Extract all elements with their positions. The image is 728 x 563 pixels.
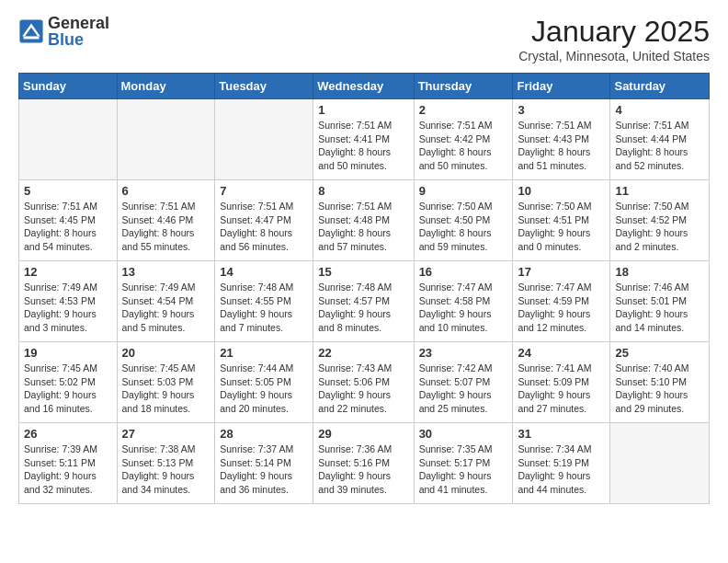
calendar-cell: 29Sunrise: 7:36 AM Sunset: 5:16 PM Dayli…: [313, 423, 414, 504]
calendar-cell: 25Sunrise: 7:40 AM Sunset: 5:10 PM Dayli…: [610, 342, 710, 423]
day-number: 26: [24, 427, 112, 441]
logo-general-text: General: [48, 15, 109, 31]
cell-info: Sunrise: 7:51 AM Sunset: 4:48 PM Dayligh…: [318, 200, 408, 254]
calendar-cell: 12Sunrise: 7:49 AM Sunset: 4:53 PM Dayli…: [19, 261, 118, 342]
cell-info: Sunrise: 7:43 AM Sunset: 5:06 PM Dayligh…: [318, 362, 408, 416]
month-title: January 2025: [518, 15, 710, 49]
cell-info: Sunrise: 7:51 AM Sunset: 4:42 PM Dayligh…: [419, 119, 508, 173]
logo-text: General Blue: [48, 15, 109, 48]
cell-info: Sunrise: 7:49 AM Sunset: 4:54 PM Dayligh…: [122, 281, 210, 335]
week-row-2: 5Sunrise: 7:51 AM Sunset: 4:45 PM Daylig…: [19, 180, 710, 261]
weekday-header-monday: Monday: [117, 74, 215, 99]
calendar-cell: 10Sunrise: 7:50 AM Sunset: 4:51 PM Dayli…: [513, 180, 610, 261]
calendar-cell: 8Sunrise: 7:51 AM Sunset: 4:48 PM Daylig…: [313, 180, 414, 261]
cell-info: Sunrise: 7:44 AM Sunset: 5:05 PM Dayligh…: [220, 362, 308, 416]
calendar-cell: 20Sunrise: 7:45 AM Sunset: 5:03 PM Dayli…: [117, 342, 215, 423]
day-number: 30: [419, 427, 508, 441]
svg-rect-3: [24, 37, 40, 40]
week-row-1: 1Sunrise: 7:51 AM Sunset: 4:41 PM Daylig…: [19, 99, 710, 180]
cell-info: Sunrise: 7:34 AM Sunset: 5:19 PM Dayligh…: [518, 442, 605, 497]
calendar-cell: 31Sunrise: 7:34 AM Sunset: 5:19 PM Dayli…: [513, 423, 610, 504]
day-number: 11: [615, 184, 704, 198]
calendar-cell: 27Sunrise: 7:38 AM Sunset: 5:13 PM Dayli…: [117, 423, 215, 504]
calendar-cell: 13Sunrise: 7:49 AM Sunset: 4:54 PM Dayli…: [117, 261, 215, 342]
day-number: 3: [518, 103, 605, 117]
calendar-table: SundayMondayTuesdayWednesdayThursdayFrid…: [18, 73, 710, 504]
header: General Blue January 2025 Crystal, Minne…: [18, 15, 710, 63]
day-number: 15: [318, 265, 408, 279]
cell-info: Sunrise: 7:51 AM Sunset: 4:41 PM Dayligh…: [318, 119, 408, 173]
cell-info: Sunrise: 7:47 AM Sunset: 4:59 PM Dayligh…: [518, 281, 605, 335]
calendar-cell: 30Sunrise: 7:35 AM Sunset: 5:17 PM Dayli…: [414, 423, 513, 504]
calendar-cell: 26Sunrise: 7:39 AM Sunset: 5:11 PM Dayli…: [19, 423, 118, 504]
day-number: 7: [220, 184, 308, 198]
calendar-cell: 19Sunrise: 7:45 AM Sunset: 5:02 PM Dayli…: [19, 342, 118, 423]
calendar-cell: 16Sunrise: 7:47 AM Sunset: 4:58 PM Dayli…: [414, 261, 513, 342]
cell-info: Sunrise: 7:45 AM Sunset: 5:02 PM Dayligh…: [24, 362, 112, 416]
calendar-cell: [19, 99, 118, 180]
week-row-5: 26Sunrise: 7:39 AM Sunset: 5:11 PM Dayli…: [19, 423, 710, 504]
calendar-cell: [610, 423, 710, 504]
day-number: 22: [318, 346, 408, 360]
cell-info: Sunrise: 7:38 AM Sunset: 5:13 PM Dayligh…: [122, 442, 210, 497]
day-number: 27: [122, 427, 210, 441]
calendar-cell: 11Sunrise: 7:50 AM Sunset: 4:52 PM Dayli…: [610, 180, 710, 261]
calendar-cell: 15Sunrise: 7:48 AM Sunset: 4:57 PM Dayli…: [313, 261, 414, 342]
day-number: 13: [122, 265, 210, 279]
day-number: 4: [615, 103, 704, 117]
calendar-cell: 2Sunrise: 7:51 AM Sunset: 4:42 PM Daylig…: [414, 99, 513, 180]
cell-info: Sunrise: 7:39 AM Sunset: 5:11 PM Dayligh…: [24, 442, 112, 497]
title-block: January 2025 Crystal, Minnesota, United …: [518, 15, 710, 63]
day-number: 28: [220, 427, 308, 441]
cell-info: Sunrise: 7:48 AM Sunset: 4:55 PM Dayligh…: [220, 281, 308, 335]
cell-info: Sunrise: 7:48 AM Sunset: 4:57 PM Dayligh…: [318, 281, 408, 335]
weekday-header-sunday: Sunday: [19, 74, 118, 99]
calendar-cell: 22Sunrise: 7:43 AM Sunset: 5:06 PM Dayli…: [313, 342, 414, 423]
cell-info: Sunrise: 7:51 AM Sunset: 4:46 PM Dayligh…: [122, 200, 210, 254]
day-number: 12: [24, 265, 112, 279]
cell-info: Sunrise: 7:46 AM Sunset: 5:01 PM Dayligh…: [615, 281, 704, 335]
day-number: 2: [419, 103, 508, 117]
calendar-cell: 7Sunrise: 7:51 AM Sunset: 4:47 PM Daylig…: [215, 180, 313, 261]
cell-info: Sunrise: 7:51 AM Sunset: 4:47 PM Dayligh…: [220, 200, 308, 254]
calendar-cell: 1Sunrise: 7:51 AM Sunset: 4:41 PM Daylig…: [313, 99, 414, 180]
calendar-cell: 23Sunrise: 7:42 AM Sunset: 5:07 PM Dayli…: [414, 342, 513, 423]
calendar-cell: 28Sunrise: 7:37 AM Sunset: 5:14 PM Dayli…: [215, 423, 313, 504]
cell-info: Sunrise: 7:42 AM Sunset: 5:07 PM Dayligh…: [419, 362, 508, 416]
weekday-header-saturday: Saturday: [610, 74, 710, 99]
day-number: 6: [122, 184, 210, 198]
cell-info: Sunrise: 7:36 AM Sunset: 5:16 PM Dayligh…: [318, 442, 408, 497]
day-number: 1: [318, 103, 408, 117]
cell-info: Sunrise: 7:37 AM Sunset: 5:14 PM Dayligh…: [220, 442, 308, 497]
location: Crystal, Minnesota, United States: [518, 49, 710, 63]
calendar-cell: 5Sunrise: 7:51 AM Sunset: 4:45 PM Daylig…: [19, 180, 118, 261]
cell-info: Sunrise: 7:41 AM Sunset: 5:09 PM Dayligh…: [518, 362, 605, 416]
cell-info: Sunrise: 7:35 AM Sunset: 5:17 PM Dayligh…: [419, 442, 508, 497]
day-number: 31: [518, 427, 605, 441]
weekday-header-wednesday: Wednesday: [313, 74, 414, 99]
week-row-3: 12Sunrise: 7:49 AM Sunset: 4:53 PM Dayli…: [19, 261, 710, 342]
day-number: 16: [419, 265, 508, 279]
cell-info: Sunrise: 7:51 AM Sunset: 4:45 PM Dayligh…: [24, 200, 112, 254]
day-number: 29: [318, 427, 408, 441]
weekday-header-tuesday: Tuesday: [215, 74, 313, 99]
cell-info: Sunrise: 7:47 AM Sunset: 4:58 PM Dayligh…: [419, 281, 508, 335]
cell-info: Sunrise: 7:50 AM Sunset: 4:51 PM Dayligh…: [518, 200, 605, 254]
calendar-cell: 17Sunrise: 7:47 AM Sunset: 4:59 PM Dayli…: [513, 261, 610, 342]
cell-info: Sunrise: 7:49 AM Sunset: 4:53 PM Dayligh…: [24, 281, 112, 335]
day-number: 14: [220, 265, 308, 279]
cell-info: Sunrise: 7:45 AM Sunset: 5:03 PM Dayligh…: [122, 362, 210, 416]
day-number: 24: [518, 346, 605, 360]
day-number: 23: [419, 346, 508, 360]
day-number: 20: [122, 346, 210, 360]
cell-info: Sunrise: 7:50 AM Sunset: 4:52 PM Dayligh…: [615, 200, 704, 254]
logo: General Blue: [18, 15, 109, 48]
calendar-cell: 24Sunrise: 7:41 AM Sunset: 5:09 PM Dayli…: [513, 342, 610, 423]
cell-info: Sunrise: 7:50 AM Sunset: 4:50 PM Dayligh…: [419, 200, 508, 254]
cell-info: Sunrise: 7:51 AM Sunset: 4:44 PM Dayligh…: [615, 119, 704, 173]
calendar-cell: [215, 99, 313, 180]
day-number: 17: [518, 265, 605, 279]
calendar-cell: 6Sunrise: 7:51 AM Sunset: 4:46 PM Daylig…: [117, 180, 215, 261]
weekday-header-row: SundayMondayTuesdayWednesdayThursdayFrid…: [19, 74, 710, 99]
weekday-header-thursday: Thursday: [414, 74, 513, 99]
